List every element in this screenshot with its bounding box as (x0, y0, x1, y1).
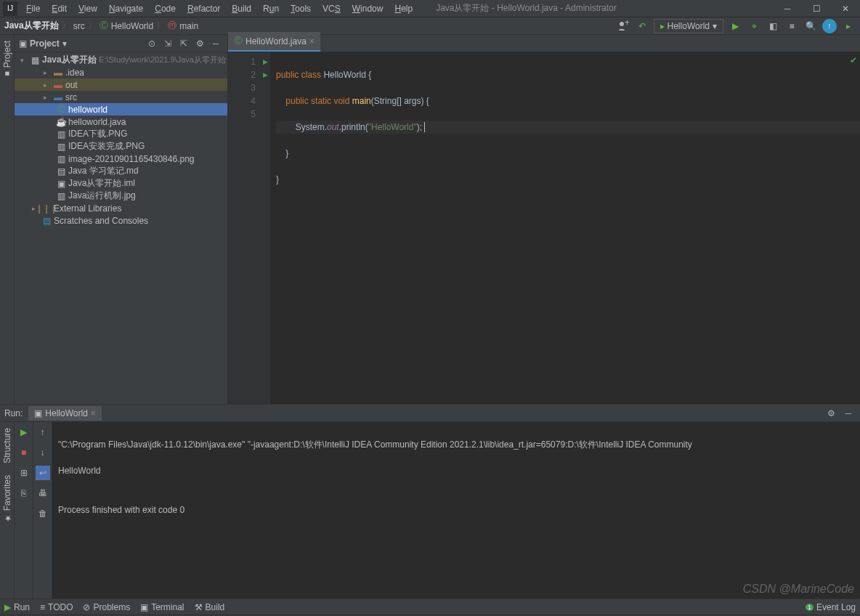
folder-icon: ▬ (52, 92, 64, 102)
stop-button[interactable]: ■ (784, 19, 799, 33)
expand-icon[interactable]: ▾ (20, 57, 29, 64)
code-content[interactable]: public class HelloWorld { public static … (270, 52, 860, 404)
menu-tools[interactable]: Tools (285, 4, 317, 14)
image-icon: ▥ (55, 142, 67, 152)
bc-src[interactable]: src (73, 21, 85, 31)
run-title: Run: (4, 408, 23, 418)
update-icon[interactable]: ↑ (822, 19, 837, 33)
play-icon: ▸ (660, 21, 665, 31)
iml-icon: ▣ (55, 179, 67, 189)
bc-class[interactable]: HelloWorld (111, 21, 153, 31)
run-gutter-icon[interactable]: ▶ (260, 68, 270, 81)
delete-icon[interactable]: 🗑 (36, 506, 50, 521)
console-output[interactable]: "C:\Program Files\Java\jdk-11.0.12\bin\j… (52, 422, 860, 599)
favorites-tab[interactable]: ★ Favorites (0, 469, 14, 529)
undo-icon[interactable]: ↶ (635, 19, 649, 33)
tree-folder-out[interactable]: ▸▬out (15, 78, 227, 91)
ide-settings-icon[interactable]: ▸ (841, 19, 856, 33)
select-opened-file-icon[interactable]: ⊙ (145, 36, 159, 51)
menu-window[interactable]: Window (346, 4, 389, 14)
gutter-icons: ▶ ▶ (260, 52, 270, 404)
tab-label: HelloWorld.java (246, 36, 307, 46)
image-icon: ▥ (55, 129, 67, 139)
inspection-ok-icon[interactable]: ✔ (850, 55, 857, 65)
structure-tab[interactable]: Structure (0, 422, 14, 469)
terminal-tool-button[interactable]: ▣Terminal (140, 602, 184, 612)
pin-icon[interactable]: ⎘ (17, 486, 31, 500)
svg-point-0 (620, 22, 624, 26)
print-icon[interactable]: 🖶 (36, 486, 50, 500)
menu-code[interactable]: Code (149, 4, 182, 14)
tree-file-md[interactable]: ▤Java 学习笔记.md (15, 165, 227, 177)
settings-icon[interactable]: ⚙ (824, 406, 838, 421)
problems-tool-button[interactable]: ⊘Problems (83, 602, 130, 612)
project-icon: ▣ (19, 38, 27, 49)
run-config-selector[interactable]: ▸ HelloWorld ▾ (654, 19, 723, 33)
tree-class-helloworld[interactable]: Ⓒhelloworld (15, 103, 227, 115)
project-tool-tab[interactable]: ■ Project (1, 35, 14, 84)
maximize-button[interactable]: ☐ (802, 0, 831, 17)
bc-method[interactable]: main (179, 21, 198, 31)
tree-file-img[interactable]: ▥Java运行机制.jpg (15, 190, 227, 202)
debug-button[interactable]: ⌖ (747, 19, 761, 33)
settings-icon[interactable]: ⚙ (192, 36, 207, 51)
close-tab-icon[interactable]: × (91, 408, 96, 418)
expand-all-icon[interactable]: ⇲ (161, 36, 175, 51)
code-editor[interactable]: 12345 ▶ ▶ public class HelloWorld { publ… (228, 52, 860, 404)
menu-refactor[interactable]: Refactor (182, 4, 226, 14)
tree-file-java[interactable]: ☕helloworld.java (15, 115, 227, 128)
tree-external-libs[interactable]: ▸❘❘❘External Libraries (15, 202, 227, 214)
tree-file-img[interactable]: ▥IDEA下载.PNG (15, 128, 227, 140)
editor-tab[interactable]: Ⓒ HelloWorld.java × (228, 32, 320, 52)
left-tool-tabs: Structure ★ Favorites (0, 422, 15, 599)
minimize-button[interactable]: ─ (773, 0, 802, 17)
close-button[interactable]: ✕ (831, 0, 860, 17)
todo-tool-button[interactable]: ≡TODO (40, 602, 73, 612)
add-user-icon[interactable]: + (616, 19, 630, 33)
run-button[interactable]: ▶ (728, 19, 742, 33)
stop-icon[interactable]: ■ (17, 445, 31, 460)
down-icon[interactable]: ↓ (36, 445, 50, 460)
collapse-all-icon[interactable]: ⇱ (177, 36, 191, 51)
tree-file-iml[interactable]: ▣Java从零开始.iml (15, 177, 227, 190)
badge-icon: 1 (806, 604, 814, 611)
app-logo: IJ (3, 1, 17, 16)
tree-folder-idea[interactable]: ▸▬.idea (15, 66, 227, 78)
menu-run[interactable]: Run (257, 4, 285, 14)
build-tool-button[interactable]: ⚒Build (195, 602, 225, 612)
hide-icon[interactable]: ─ (841, 406, 856, 421)
event-log-button[interactable]: 1Event Log (806, 602, 856, 612)
run-tool-button[interactable]: ▶Run (4, 602, 30, 612)
folder-icon: ▬ (52, 68, 64, 78)
dropdown-icon[interactable]: ▾ (62, 38, 67, 49)
tree-file-img[interactable]: ▥IDEA安装完成.PNG (15, 140, 227, 153)
wrap-icon[interactable]: ↩ (36, 466, 50, 480)
menu-build[interactable]: Build (226, 4, 257, 14)
run-config-name: HelloWorld (668, 21, 710, 31)
run-tab[interactable]: ▣ HelloWorld × (28, 406, 101, 421)
run-tool-window: Run: ▣ HelloWorld × ⚙ ─ Structure ★ Favo… (0, 404, 860, 599)
layout-icon[interactable]: ⊞ (17, 466, 31, 480)
search-everywhere-icon[interactable]: 🔍 (803, 19, 818, 33)
tree-root[interactable]: ▾ ▦ Java从零开始 E:\Study\work\2021.9\Java从零… (15, 54, 227, 66)
rerun-icon[interactable]: ▶ (17, 425, 31, 439)
tree-scratches[interactable]: ▤Scratches and Consoles (15, 214, 227, 227)
run-gutter-icon[interactable]: ▶ (260, 55, 270, 68)
coverage-button[interactable]: ◧ (766, 19, 780, 33)
module-icon: ▦ (29, 55, 41, 65)
menu-edit[interactable]: Edit (46, 4, 73, 14)
bc-root[interactable]: Java从零开始 (4, 20, 59, 32)
library-icon: ❘❘❘ (41, 203, 52, 214)
menu-vcs[interactable]: VCS (317, 4, 346, 14)
tree-file-img[interactable]: ▥image-20210901165430846.png (15, 153, 227, 165)
tree-folder-src[interactable]: ▸▬src (15, 91, 227, 103)
hide-icon[interactable]: ─ (208, 36, 223, 51)
chevron-icon: 〉 (62, 20, 70, 32)
up-icon[interactable]: ↑ (36, 425, 50, 439)
menu-help[interactable]: Help (389, 4, 418, 14)
menu-navigate[interactable]: Navigate (103, 4, 149, 14)
close-tab-icon[interactable]: × (309, 36, 315, 46)
menu-view[interactable]: View (73, 4, 103, 14)
menu-file[interactable]: File (20, 4, 46, 14)
hammer-icon: ⚒ (195, 602, 203, 612)
